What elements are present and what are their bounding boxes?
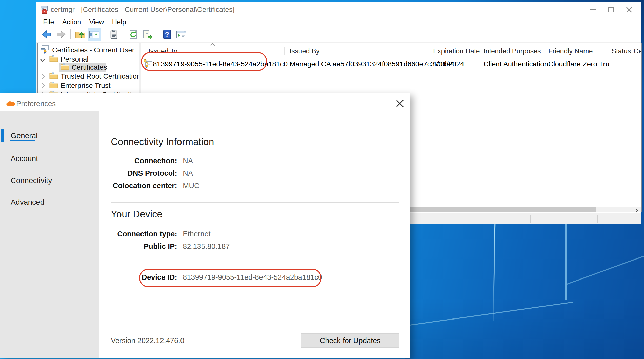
column-header-issued-by[interactable]: Issued By [290, 47, 320, 56]
statusbar-separator [530, 215, 531, 223]
wallpaper-shade [405, 299, 644, 359]
toolbar-separator [124, 29, 124, 39]
public-ip-value: 82.135.80.187 [183, 242, 230, 251]
cell-expiration-date[interactable]: 1/11/2024 [433, 59, 464, 69]
properties-button[interactable] [107, 28, 120, 41]
close-button[interactable] [620, 3, 638, 16]
menu-view[interactable]: View [89, 18, 104, 26]
column-separator[interactable] [632, 47, 632, 55]
sidebar-item-connectivity[interactable]: Connectivity [11, 176, 52, 185]
check-for-updates-button[interactable]: Check for Updates [301, 333, 399, 348]
column-header-status[interactable]: Status [612, 47, 631, 56]
column-separator[interactable] [544, 47, 544, 55]
maximize-button[interactable] [602, 3, 620, 16]
toolbar-separator [104, 29, 104, 39]
certificates-store-icon [39, 45, 51, 56]
preferences-sidebar: General Account Connectivity Advanced [0, 111, 99, 358]
column-header-intended-purposes[interactable]: Intended Purposes [484, 47, 541, 56]
wallpaper-beam [565, 224, 567, 300]
cloudflare-logo-icon [6, 101, 16, 107]
section-divider [111, 202, 399, 203]
sort-ascending-icon [211, 43, 215, 48]
scrollbar-right-arrow[interactable] [631, 207, 640, 212]
colocation-center-label: Colocation center: [106, 182, 177, 190]
public-ip-label: Public IP: [106, 242, 177, 251]
connection-type-value: Ethernet [183, 230, 211, 238]
cell-friendly-name[interactable]: Cloudflare Zero Tru... [548, 59, 615, 69]
tree-item-enterprise-trust[interactable]: Enterprise Trust [41, 81, 111, 90]
show-console-tree-button[interactable] [88, 28, 101, 41]
up-one-level-button[interactable] [74, 28, 87, 41]
forward-button[interactable] [54, 28, 67, 41]
dns-protocol-value: NA [183, 169, 193, 177]
menu-action[interactable]: Action [62, 18, 81, 26]
preferences-window: Preferences General Account Connectivity… [0, 93, 410, 358]
colocation-center-value: MUC [183, 182, 199, 190]
export-list-button[interactable] [141, 28, 154, 41]
section-divider [111, 265, 399, 265]
minimize-button[interactable] [583, 3, 602, 16]
column-header-expiration-date[interactable]: Expiration Date [433, 47, 480, 56]
toolbar: ? [36, 27, 641, 42]
column-header-friendly-name[interactable]: Friendly Name [548, 47, 593, 56]
connectivity-info-heading: Connectivity Information [111, 136, 214, 147]
connection-value: NA [183, 157, 193, 165]
column-separator[interactable] [480, 47, 480, 55]
chevron-down-icon[interactable] [40, 57, 45, 62]
column-separator[interactable] [284, 47, 285, 55]
folder-icon [49, 72, 58, 81]
wallpaper-beam [493, 224, 496, 321]
menu-file[interactable]: File [43, 18, 54, 26]
menubar: File Action View Help [36, 17, 641, 27]
annotation-ellipse-issued-to [141, 52, 267, 71]
back-button[interactable] [40, 28, 53, 41]
new-window-button[interactable] [175, 28, 188, 41]
sidebar-item-account[interactable]: Account [11, 154, 38, 163]
active-tab-underline [10, 140, 35, 141]
version-text: Version 2022.12.476.0 [111, 336, 184, 345]
toolbar-separator [157, 29, 157, 39]
preferences-title: Preferences [16, 99, 56, 108]
wallpaper-beam [405, 302, 573, 326]
refresh-button[interactable] [127, 28, 140, 41]
folder-icon [49, 81, 58, 90]
window-title: certmgr - [Certificates - Current User\P… [51, 6, 235, 14]
toolbar-separator [70, 29, 71, 39]
connection-label: Connection: [106, 157, 177, 165]
active-tab-indicator [1, 129, 4, 142]
svg-text:?: ? [165, 31, 169, 38]
tree-item-certificates[interactable]: Certificates [61, 63, 107, 72]
tree-item-personal[interactable]: Personal [41, 55, 89, 64]
help-button[interactable]: ? [160, 28, 174, 41]
statusbar-separator [597, 215, 598, 223]
sidebar-item-general[interactable]: General [11, 131, 38, 140]
tree-item-trusted-root[interactable]: Trusted Root Certification Au [41, 72, 139, 81]
menu-help[interactable]: Help [112, 18, 126, 26]
column-separator[interactable] [608, 47, 608, 55]
dns-protocol-label: DNS Protocol: [106, 169, 177, 177]
tree-item-certificates-current-user[interactable]: Certificates - Current User [39, 46, 134, 54]
certmgr-app-icon [39, 5, 49, 16]
column-header-certificate[interactable]: Ce [634, 47, 642, 56]
column-separator[interactable] [431, 47, 431, 55]
cell-issued-by[interactable]: Managed CA ae57f03931324f08591d660e7c370… [290, 59, 454, 69]
folder-icon [61, 63, 69, 72]
folder-icon [49, 55, 58, 64]
preferences-close-icon[interactable] [393, 96, 407, 111]
your-device-heading: Your Device [111, 209, 163, 220]
wallpaper-beam [567, 254, 644, 285]
chevron-right-icon[interactable] [40, 74, 45, 79]
sidebar-item-advanced[interactable]: Advanced [11, 198, 44, 206]
chevron-right-icon[interactable] [40, 83, 45, 88]
certmgr-titlebar[interactable]: certmgr - [Certificates - Current User\P… [36, 2, 641, 17]
connection-type-label: Connection type: [106, 230, 177, 238]
cell-intended-purposes[interactable]: Client Authentication [484, 59, 548, 69]
annotation-ellipse-device-id [139, 269, 321, 287]
